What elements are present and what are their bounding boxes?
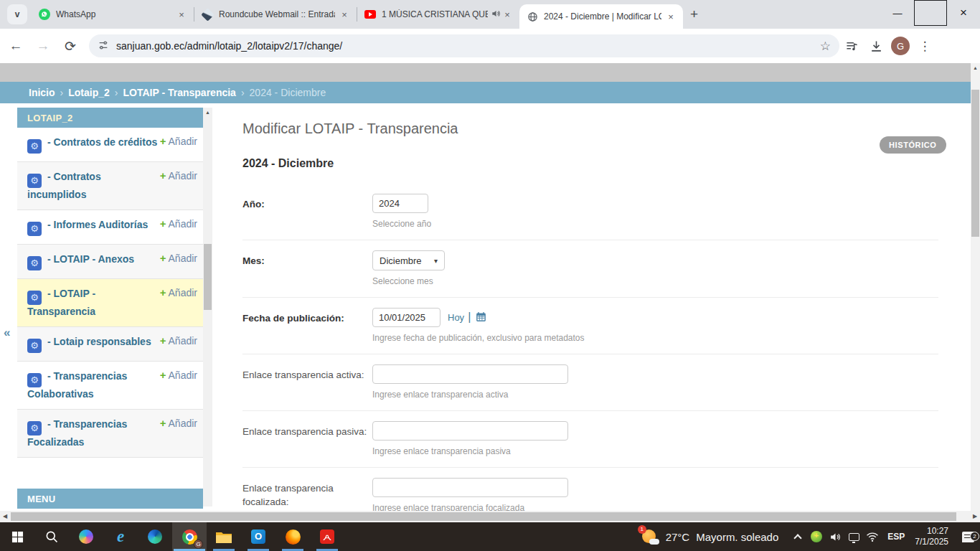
add-link[interactable]: +Añadir (160, 368, 197, 382)
back-button[interactable]: ← (4, 34, 27, 57)
today-link[interactable]: Hoy (448, 312, 464, 323)
enlace-focalizada-input[interactable] (372, 478, 568, 497)
sidebar-collapse-button[interactable]: « (4, 326, 10, 340)
close-window-button[interactable]: × (947, 0, 980, 26)
download-icon[interactable] (864, 34, 888, 58)
scrollbar-thumb[interactable] (971, 90, 979, 237)
sidebar-item--transparencias-focalizadas[interactable]: +Añadir⚙- Transparencias Focalizadas (17, 410, 203, 458)
taskbar-chrome-button[interactable]: G (172, 522, 207, 551)
url-text[interactable]: sanjuan.gob.ec/admin/lotaip_2/lotaipv2/1… (116, 40, 820, 52)
sidebar-item-label: - LOTAIP - Anexos (47, 253, 134, 265)
bookmark-star-icon[interactable]: ☆ (820, 39, 831, 54)
tab-roundcube[interactable]: Roundcube Webmail :: Entrada × (194, 0, 357, 29)
page-horizontal-scrollbar[interactable]: ◀ ▶ (0, 511, 980, 522)
add-link[interactable]: +Añadir (160, 169, 197, 183)
sidebar-item--lotaip-anexos[interactable]: +Añadir⚙- LOTAIP - Anexos (17, 245, 203, 279)
system-tray: 1 27°C Mayorm. soleado ESP 10:27 7/1/202… (639, 522, 980, 551)
edge-icon (148, 529, 162, 544)
wifi-icon[interactable] (863, 532, 882, 542)
taskbar-search-button[interactable] (34, 522, 69, 551)
cast-screen-icon[interactable] (844, 533, 863, 541)
close-icon[interactable]: × (175, 8, 188, 21)
tab-search-button[interactable]: v (7, 4, 27, 24)
browser-menu-icon[interactable]: ⋮ (913, 34, 937, 58)
minimize-button[interactable]: — (881, 0, 914, 26)
sidebar-item--contratos-de-cr-ditos[interactable]: +Añadir⚙- Contratos de créditos (17, 128, 203, 162)
add-link[interactable]: +Añadir (160, 286, 197, 300)
audio-speaker-icon[interactable] (491, 9, 501, 21)
taskbar-copilot-button[interactable] (69, 522, 103, 551)
volume-icon[interactable] (826, 531, 844, 543)
page-vertical-scrollbar[interactable]: ▲ (971, 63, 980, 511)
profile-avatar[interactable]: G (888, 34, 913, 58)
sidebar-item--lotaip-responsables[interactable]: +Añadir⚙- Lotaip responsables (17, 327, 203, 362)
site-settings-icon[interactable] (98, 39, 109, 53)
taskbar-firefox-button[interactable] (275, 522, 310, 551)
language-indicator[interactable]: ESP (887, 532, 905, 542)
field-row-mes: Mes:Diciembre▾Seleccione mes (242, 240, 938, 297)
sidebar-item--lotaip-transparencia[interactable]: +Añadir⚙- LOTAIP - Transparencia (17, 279, 203, 327)
add-label: Añadir (169, 136, 197, 147)
tray-expand-button[interactable] (788, 532, 807, 541)
add-link[interactable]: +Añadir (160, 334, 197, 348)
taskbar-clock[interactable]: 10:27 7/1/2025 (915, 526, 948, 547)
enlace-activa-input[interactable] (372, 364, 568, 384)
antivirus-tray-icon[interactable] (807, 531, 826, 542)
scroll-left-icon[interactable]: ◀ (0, 511, 10, 522)
taskbar-ie-button[interactable]: e (103, 522, 138, 551)
fecha-publicacion-input[interactable] (372, 308, 440, 327)
tab-whatsapp[interactable]: WhatsApp × (32, 0, 194, 29)
add-link[interactable]: +Añadir (160, 217, 197, 231)
address-bar[interactable]: sanjuan.gob.ec/admin/lotaip_2/lotaipv2/1… (89, 34, 839, 57)
scroll-right-icon[interactable]: ▶ (970, 511, 980, 522)
gear-icon: ⚙ (27, 139, 42, 154)
add-link[interactable]: +Añadir (160, 251, 197, 265)
close-icon[interactable]: × (338, 8, 351, 21)
sidebar-section: MENU+Añadir- Páginas+Añadir≡- Submenús (17, 489, 203, 511)
taskbar-outlook-button[interactable]: O (241, 522, 275, 551)
field-control: Hoy|Ingrese fecha de publicación, exclus… (372, 308, 938, 343)
start-button[interactable] (0, 522, 34, 551)
taskbar-file-explorer-button[interactable] (207, 522, 241, 551)
admin-sidebar: LOTAIP_2+Añadir⚙- Contratos de créditos+… (17, 108, 203, 511)
add-link[interactable]: +Añadir (160, 134, 197, 149)
restore-button[interactable] (914, 0, 947, 26)
ano-input[interactable] (372, 194, 428, 213)
breadcrumb-lotaip2[interactable]: Lotaip_2 (68, 87, 110, 98)
calendar-icon[interactable] (475, 313, 487, 325)
new-tab-button[interactable]: + (690, 6, 698, 22)
taskbar-edge-button[interactable] (138, 522, 172, 551)
tab-active-django-admin[interactable]: 2024 - Diciembre | Modificar LO × (519, 4, 683, 29)
chevron-down-icon: v (15, 9, 20, 19)
sidebar-scrollbar[interactable]: ▲ (203, 108, 212, 507)
add-link[interactable]: +Añadir (160, 416, 197, 430)
scroll-up-icon[interactable]: ▲ (203, 108, 212, 117)
close-icon[interactable]: × (501, 8, 514, 21)
weather-widget[interactable]: 1 27°C Mayorm. soleado (639, 527, 779, 546)
field-label: Año: (242, 194, 372, 229)
breadcrumb-inicio[interactable]: Inicio (29, 87, 55, 98)
scrollbar-thumb[interactable] (11, 512, 956, 521)
mes-select[interactable]: Diciembre▾ (372, 250, 445, 270)
field-label: Fecha de publicación: (242, 308, 372, 343)
breadcrumb-lotaip-transparencia[interactable]: LOTAIP - Transparencia (123, 87, 235, 98)
reload-button[interactable]: ⟳ (59, 34, 82, 57)
scrollbar-thumb[interactable] (204, 244, 212, 310)
media-controls-icon[interactable] (839, 34, 864, 58)
add-label: Añadir (169, 287, 197, 298)
forward-button[interactable]: → (32, 34, 55, 57)
tab-title: WhatsApp (56, 9, 172, 19)
sidebar-item--contratos-incumplidos[interactable]: +Añadir⚙- Contratos incumplidos (17, 162, 203, 210)
sidebar-item--transparencias-colaborativas[interactable]: +Añadir⚙- Transparencias Colaborativas (17, 362, 203, 410)
page-title: Modificar LOTAIP - Transparencia (242, 121, 938, 137)
field-help-text: Seleccione mes (372, 276, 938, 286)
notification-center-button[interactable]: 2 (956, 532, 980, 542)
close-icon[interactable]: × (664, 10, 677, 23)
historico-button[interactable]: HISTÓRICO (880, 136, 946, 154)
taskbar-acrobat-button[interactable] (310, 522, 344, 551)
gear-icon: ⚙ (27, 421, 42, 435)
enlace-pasiva-input[interactable] (372, 421, 568, 441)
sidebar-item--informes-auditor-as[interactable]: +Añadir⚙- Informes Auditorías (17, 210, 203, 245)
tab-youtube[interactable]: 1 MÚSICA CRISTIANA QUE × (357, 0, 519, 29)
scroll-up-icon[interactable]: ▲ (971, 63, 980, 73)
